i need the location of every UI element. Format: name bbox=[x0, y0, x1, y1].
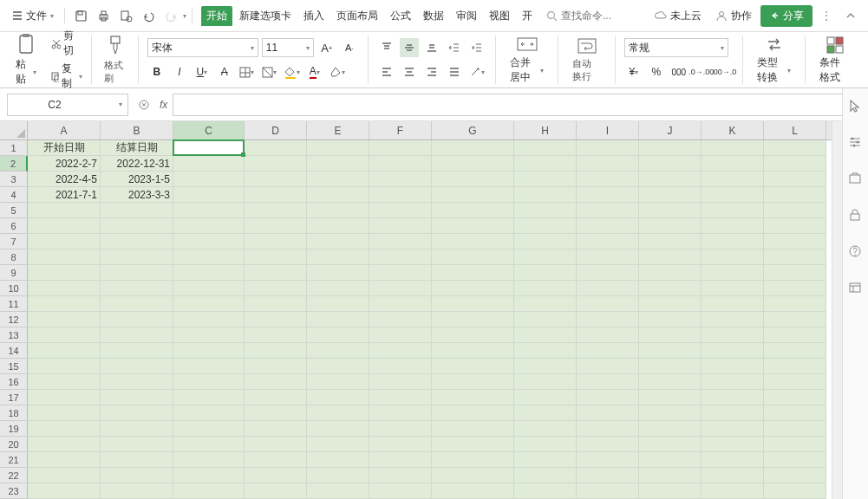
cell[interactable] bbox=[514, 312, 577, 327]
cell[interactable] bbox=[245, 156, 307, 172]
cell[interactable] bbox=[639, 327, 702, 343]
cell[interactable] bbox=[577, 468, 639, 483]
cell[interactable] bbox=[639, 218, 702, 234]
cell[interactable] bbox=[245, 234, 307, 250]
align-top-button[interactable] bbox=[377, 38, 396, 57]
cell[interactable] bbox=[764, 468, 826, 483]
cell[interactable] bbox=[28, 374, 101, 390]
cell[interactable] bbox=[369, 390, 432, 405]
cell[interactable] bbox=[639, 359, 702, 374]
row-header[interactable]: 16 bbox=[0, 374, 28, 390]
cell[interactable] bbox=[245, 140, 307, 156]
cell[interactable] bbox=[514, 359, 577, 374]
row-header[interactable]: 6 bbox=[0, 218, 28, 234]
row-header[interactable]: 10 bbox=[0, 281, 28, 296]
cell[interactable] bbox=[514, 296, 577, 312]
decrease-indent-button[interactable] bbox=[445, 38, 464, 57]
cell[interactable] bbox=[577, 156, 639, 172]
cell[interactable] bbox=[764, 156, 826, 172]
cell[interactable]: 2021-7-1 bbox=[28, 187, 101, 203]
cell[interactable] bbox=[173, 203, 245, 218]
cell[interactable] bbox=[764, 187, 826, 203]
currency-button[interactable]: ¥▾ bbox=[624, 62, 643, 81]
cell[interactable] bbox=[764, 452, 826, 468]
align-center-button[interactable] bbox=[400, 62, 419, 81]
font-select[interactable]: 宋体▾ bbox=[147, 38, 258, 57]
cell[interactable] bbox=[764, 327, 826, 343]
cell[interactable] bbox=[369, 296, 432, 312]
cell[interactable] bbox=[173, 296, 245, 312]
cell[interactable] bbox=[369, 452, 432, 468]
cell[interactable] bbox=[514, 172, 577, 187]
clear-format-button[interactable]: ▾ bbox=[328, 62, 347, 81]
cell[interactable] bbox=[245, 359, 307, 374]
cell[interactable] bbox=[577, 359, 639, 374]
cell[interactable] bbox=[28, 327, 101, 343]
cell[interactable] bbox=[245, 187, 307, 203]
cell[interactable] bbox=[514, 421, 577, 437]
cell[interactable] bbox=[173, 405, 245, 421]
increase-decimal-button[interactable]: .0→.00 bbox=[692, 62, 711, 81]
row-header[interactable]: 21 bbox=[0, 452, 28, 468]
font-size-select[interactable]: 11▾ bbox=[262, 38, 314, 57]
lock-icon[interactable] bbox=[848, 208, 864, 224]
col-header-A[interactable]: A bbox=[28, 121, 101, 139]
cell[interactable] bbox=[432, 421, 514, 437]
align-right-button[interactable] bbox=[422, 62, 441, 81]
cell[interactable] bbox=[101, 390, 173, 405]
cell[interactable] bbox=[307, 483, 369, 499]
cell[interactable] bbox=[307, 343, 369, 359]
cell[interactable] bbox=[577, 390, 639, 405]
cell[interactable] bbox=[28, 421, 101, 437]
row-header[interactable]: 3 bbox=[0, 172, 28, 187]
cell[interactable] bbox=[514, 234, 577, 250]
cell[interactable] bbox=[432, 156, 514, 172]
orientation-button[interactable]: ▾ bbox=[467, 62, 486, 81]
cell[interactable] bbox=[245, 468, 307, 483]
cell[interactable] bbox=[702, 483, 764, 499]
cell[interactable] bbox=[432, 265, 514, 281]
formula-bar[interactable] bbox=[173, 94, 861, 116]
cell[interactable] bbox=[514, 452, 577, 468]
cell[interactable] bbox=[101, 296, 173, 312]
col-header-J[interactable]: J bbox=[639, 121, 702, 139]
cell[interactable] bbox=[245, 421, 307, 437]
cell[interactable] bbox=[101, 374, 173, 390]
cell[interactable] bbox=[101, 452, 173, 468]
conditional-format-button[interactable]: 条件格式 bbox=[814, 35, 856, 85]
cell[interactable] bbox=[28, 250, 101, 265]
cell[interactable] bbox=[432, 281, 514, 296]
cell[interactable] bbox=[245, 281, 307, 296]
cell[interactable] bbox=[307, 468, 369, 483]
cell[interactable] bbox=[432, 405, 514, 421]
cell[interactable] bbox=[307, 140, 369, 156]
cell[interactable] bbox=[577, 281, 639, 296]
cell[interactable] bbox=[173, 390, 245, 405]
cell[interactable] bbox=[28, 265, 101, 281]
cell[interactable] bbox=[577, 250, 639, 265]
cell[interactable] bbox=[245, 265, 307, 281]
cell[interactable] bbox=[764, 203, 826, 218]
tab-formula[interactable]: 公式 bbox=[385, 6, 416, 26]
cell[interactable] bbox=[702, 312, 764, 327]
cell[interactable] bbox=[307, 296, 369, 312]
cell[interactable] bbox=[307, 156, 369, 172]
cancel-formula-button[interactable] bbox=[134, 94, 154, 115]
cell[interactable] bbox=[514, 483, 577, 499]
cell[interactable] bbox=[702, 281, 764, 296]
cell[interactable] bbox=[764, 234, 826, 250]
cell[interactable] bbox=[764, 250, 826, 265]
file-menu[interactable]: 文件 ▾ bbox=[7, 7, 59, 25]
cell[interactable] bbox=[369, 172, 432, 187]
row-header[interactable]: 1 bbox=[0, 140, 28, 156]
comma-button[interactable]: 000 bbox=[669, 62, 689, 81]
cell[interactable] bbox=[101, 437, 173, 452]
cell[interactable] bbox=[307, 421, 369, 437]
format-painter-button[interactable]: 格式刷 bbox=[101, 35, 129, 85]
collapse-ribbon-button[interactable] bbox=[840, 5, 861, 26]
cell[interactable] bbox=[577, 421, 639, 437]
select-all-corner[interactable] bbox=[0, 121, 28, 139]
cell[interactable] bbox=[28, 343, 101, 359]
cell[interactable] bbox=[764, 140, 826, 156]
cell[interactable] bbox=[28, 218, 101, 234]
